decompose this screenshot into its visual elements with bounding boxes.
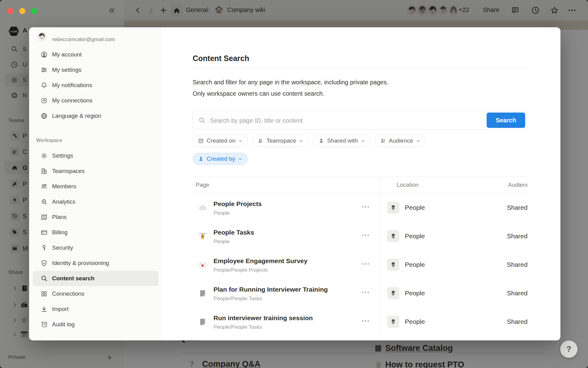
window-controls — [7, 8, 37, 14]
workspace-section-label: Workspace — [36, 138, 62, 143]
settings-nav-my-account[interactable]: My account — [33, 47, 158, 62]
row-path: People/People Projects — [213, 267, 268, 273]
settings-nav-label: Billing — [52, 229, 68, 236]
filter-label: Shared with — [327, 137, 358, 144]
settings-nav-security[interactable]: Security — [33, 240, 158, 255]
settings-nav-identity-provisioning[interactable]: Identity & provisioning — [33, 255, 158, 271]
zoom-window-button[interactable] — [31, 8, 37, 14]
table-row[interactable]: Run interviewer training session People/… — [193, 308, 527, 336]
filter-label: Teamspace — [266, 137, 296, 144]
row-audience: Shared — [507, 289, 527, 297]
row-more-icon[interactable] — [362, 320, 369, 322]
filter-label: Created on — [207, 137, 236, 144]
settings-nav-label: Teamspaces — [52, 168, 85, 174]
row-title[interactable]: People Projects — [213, 200, 262, 208]
table-row[interactable]: Plan for Running Interviewer Training Pe… — [193, 279, 527, 308]
filter-shared-with[interactable]: Shared with — [313, 135, 370, 147]
filter-label: Audience — [389, 137, 413, 144]
people-icon — [258, 138, 264, 144]
table-row[interactable]: People Projects People People Shared — [193, 194, 527, 222]
account-email: rebeccamcakir@gmail.com — [52, 36, 115, 43]
active-filter-row: Created by — [193, 153, 248, 165]
settings-account-nav: My account My settings My notifications … — [33, 47, 158, 124]
settings-nav-label: Analytics — [52, 198, 75, 205]
page-title: Content Search — [193, 54, 249, 63]
row-title[interactable]: Run interviewer training session — [213, 314, 313, 322]
settings-nav-import[interactable]: Import — [33, 301, 158, 317]
settings-nav-teamspaces[interactable]: Teamspaces — [33, 163, 158, 179]
row-title[interactable]: Employee Engagement Survey — [213, 257, 307, 265]
row-audience: Shared — [507, 204, 527, 211]
filter-chip-row: Created on Teamspace Shared with Audienc… — [193, 135, 426, 147]
analytics-icon — [40, 198, 48, 205]
settings-nav-billing[interactable]: Billing — [33, 225, 158, 240]
search-input[interactable] — [209, 111, 480, 130]
row-location: People — [405, 318, 425, 325]
settings-workspace-nav: Settings Teamspaces Members Analytics Pl… — [33, 148, 158, 332]
settings-nav-my-settings[interactable]: My settings — [33, 62, 158, 78]
help-button[interactable]: ? — [560, 340, 578, 358]
table-row[interactable]: Employee Engagement Survey People/People… — [193, 251, 527, 279]
external-link-icon — [40, 97, 48, 104]
audit-log-icon — [40, 321, 48, 328]
chevron-down-icon — [361, 139, 365, 143]
key-icon — [40, 244, 48, 251]
settings-nav-label: My account — [52, 51, 82, 58]
account-avatar — [37, 32, 47, 41]
settings-nav-label: My notifications — [52, 82, 92, 89]
flower-teamspace-icon — [387, 230, 399, 242]
row-title[interactable]: People Tasks — [213, 229, 254, 236]
bell-icon — [40, 82, 48, 89]
settings-nav-my-connections[interactable]: My connections — [33, 93, 158, 108]
magnifier-icon — [40, 275, 48, 282]
table-row[interactable]: People Tasks People People Shared — [193, 222, 527, 251]
row-more-icon[interactable] — [362, 235, 369, 236]
filter-created-on[interactable]: Created on — [193, 135, 248, 147]
calendar-icon — [198, 138, 204, 144]
settings-nav-settings[interactable]: Settings — [33, 148, 158, 163]
flower-teamspace-icon — [387, 316, 399, 328]
flower-teamspace-icon — [387, 259, 399, 271]
settings-nav-analytics[interactable]: Analytics — [33, 194, 158, 209]
content-search-bar: Search — [193, 111, 527, 130]
filter-teamspace[interactable]: Teamspace — [252, 135, 309, 147]
column-header-audience: Audience — [508, 182, 527, 188]
row-path: People — [213, 210, 230, 216]
people-icon — [380, 138, 386, 144]
filter-audience[interactable]: Audience — [375, 135, 426, 147]
row-path: People/People Tasks — [213, 324, 262, 330]
row-more-icon[interactable] — [362, 206, 369, 208]
row-location: People — [405, 204, 425, 211]
settings-nav-my-notifications[interactable]: My notifications — [33, 78, 158, 93]
close-window-button[interactable] — [7, 8, 13, 14]
settings-nav-language-region[interactable]: Language & region — [33, 108, 158, 124]
column-header-location: Location — [397, 182, 419, 188]
screen: General / Company wiki +22 Sha — [0, 0, 588, 368]
import-icon — [40, 305, 48, 313]
building-icon — [40, 167, 48, 175]
content-search-panel: Content Search Search and filter for any… — [193, 27, 527, 340]
love-letter-icon — [198, 261, 207, 269]
chevron-down-icon — [238, 139, 243, 143]
cloud-icon — [198, 204, 207, 212]
search-button[interactable]: Search — [487, 113, 525, 128]
sliders-icon — [40, 66, 48, 74]
row-audience: Shared — [507, 232, 527, 240]
settings-nav-connections[interactable]: Connections — [33, 286, 158, 301]
minimize-window-button[interactable] — [19, 8, 25, 14]
settings-nav-plans[interactable]: Plans — [33, 209, 158, 225]
settings-nav-content-search[interactable]: Content search — [33, 271, 158, 286]
row-title[interactable]: Plan for Running Interviewer Training — [213, 286, 328, 293]
row-audience: Shared — [507, 318, 527, 325]
settings-nav-members[interactable]: Members — [33, 179, 158, 194]
results-table: Page Location Audience People Projects P… — [193, 177, 527, 339]
settings-nav-label: My connections — [52, 97, 92, 104]
row-path: People — [213, 239, 230, 245]
row-more-icon[interactable] — [362, 263, 369, 265]
row-location: People — [405, 261, 425, 268]
tramway-icon — [198, 232, 207, 240]
filter-created-by[interactable]: Created by — [193, 153, 248, 165]
row-more-icon[interactable] — [362, 292, 369, 293]
settings-nav-audit-log[interactable]: Audit log — [33, 317, 158, 332]
settings-dialog: rebeccamcakir@gmail.com My account My se… — [29, 27, 560, 340]
